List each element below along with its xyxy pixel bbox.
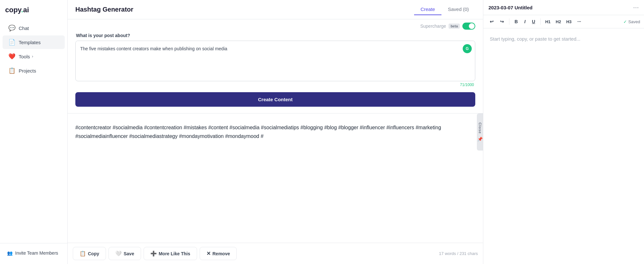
undo-button[interactable]: ↩	[487, 18, 496, 25]
close-pin-icon: 📌	[478, 137, 483, 142]
editor-placeholder: Start typing, copy, or paste to get star…	[490, 36, 581, 42]
remove-button[interactable]: ✕ Remove	[200, 247, 237, 260]
editor-header: 2023-03-07 Untitled ⋯	[483, 0, 644, 15]
saved-indicator: ✓ Saved	[623, 19, 640, 24]
editor-title: 2023-03-07 Untitled	[488, 5, 533, 10]
main-header: Hashtag Generator Create Saved (0)	[68, 0, 483, 19]
logo: copy.ai	[0, 0, 67, 18]
word-count: 17 words / 231 chars	[439, 251, 478, 256]
plus-icon: ➕	[150, 250, 157, 257]
sidebar-item-templates[interactable]: 📄 Templates	[3, 35, 65, 49]
copy-icon: 📋	[80, 250, 86, 257]
form-area: What is your post about? G 71/1000	[68, 33, 483, 92]
textarea-wrapper: G	[75, 41, 475, 81]
save-button[interactable]: 🤍 Save	[109, 247, 141, 260]
copy-label: Copy	[88, 251, 99, 256]
sidebar-bottom: 👥 Invite Team Members	[0, 243, 67, 264]
post-textarea[interactable]	[76, 41, 475, 80]
sidebar-item-chat-label: Chat	[19, 25, 29, 31]
heart-icon: 🤍	[115, 250, 122, 257]
sidebar-item-chat[interactable]: 💬 Chat	[3, 21, 65, 35]
supercharge-label: Supercharge	[420, 24, 446, 29]
remove-icon: ✕	[206, 250, 211, 257]
editor-toolbar: ↩ ↪ B I U H1 H2 H3 ··· ✓ Saved	[483, 15, 644, 28]
sidebar-item-projects[interactable]: 📋 Projects	[3, 64, 65, 77]
logo-text: copy.ai	[5, 6, 29, 14]
sidebar-item-projects-label: Projects	[19, 68, 36, 73]
undo-icon: ↩	[490, 19, 494, 24]
toolbar-divider-2	[540, 18, 541, 25]
sidebar-item-tools-label: Tools	[19, 54, 30, 59]
h2-button[interactable]: H2	[554, 18, 563, 25]
sidebar: copy.ai 💬 Chat 📄 Templates ❤️ Tools › 📋 …	[0, 0, 68, 264]
create-btn-wrapper: Create Content	[68, 92, 483, 113]
redo-button[interactable]: ↪	[497, 18, 507, 25]
editor-body[interactable]: Start typing, copy, or paste to get star…	[483, 28, 644, 264]
h3-button[interactable]: H3	[564, 18, 573, 25]
underline-button[interactable]: U	[529, 18, 538, 25]
invite-label: Invite Team Members	[15, 250, 58, 256]
create-content-button[interactable]: Create Content	[75, 92, 475, 107]
editor-menu-icon: ⋯	[633, 4, 639, 11]
grammarly-icon: G	[463, 44, 472, 53]
templates-icon: 📄	[8, 39, 15, 46]
results-area: #contentcreator #socialmedia #contentcre…	[68, 113, 483, 243]
toolbar-divider-1	[509, 18, 509, 25]
invite-icon: 👥	[7, 250, 13, 256]
redo-icon: ↪	[500, 19, 504, 24]
italic-button[interactable]: I	[522, 18, 528, 25]
hashtags-text: #contentcreator #socialmedia #contentcre…	[75, 123, 475, 141]
supercharge-toggle[interactable]	[462, 23, 475, 30]
beta-badge: beta	[449, 24, 460, 29]
tab-saved[interactable]: Saved (0)	[441, 4, 475, 15]
saved-label: Saved	[628, 19, 640, 24]
more-like-this-button[interactable]: ➕ More Like This	[144, 247, 197, 260]
tools-chevron-icon: ›	[32, 54, 33, 59]
action-bar: 📋 Copy 🤍 Save ➕ More Like This ✕ Remove …	[68, 243, 483, 264]
bold-icon: B	[515, 19, 518, 24]
more-formatting-button[interactable]: ···	[575, 18, 584, 25]
remove-label: Remove	[213, 251, 230, 256]
save-label: Save	[124, 251, 134, 256]
saved-check-icon: ✓	[623, 19, 627, 24]
close-tab[interactable]: Close 📌	[477, 113, 483, 151]
italic-icon: I	[524, 19, 526, 24]
more-label: More Like This	[159, 251, 190, 256]
chat-icon: 💬	[8, 24, 15, 32]
projects-icon: 📋	[8, 67, 15, 74]
sidebar-item-templates-label: Templates	[19, 40, 41, 45]
underline-icon: U	[532, 19, 535, 24]
more-formatting-icon: ···	[577, 19, 581, 24]
post-label: What is your post about?	[75, 33, 475, 38]
editor-menu-button[interactable]: ⋯	[633, 4, 639, 11]
supercharge-bar: Supercharge beta	[68, 19, 483, 33]
center-panel: Hashtag Generator Create Saved (0) Super…	[68, 0, 483, 264]
bold-button[interactable]: B	[512, 18, 520, 25]
tools-icon: ❤️	[8, 53, 15, 60]
page-title: Hashtag Generator	[75, 6, 133, 13]
close-label: Close	[478, 122, 482, 134]
char-count: 71/1000	[75, 81, 475, 87]
header-tabs: Create Saved (0)	[414, 4, 475, 15]
tab-create[interactable]: Create	[414, 4, 441, 15]
invite-team-button[interactable]: 👥 Invite Team Members	[3, 247, 65, 259]
h1-button[interactable]: H1	[543, 18, 553, 25]
sidebar-nav: 💬 Chat 📄 Templates ❤️ Tools › 📋 Projects	[0, 18, 67, 243]
editor-panel: Close 📌 2023-03-07 Untitled ⋯ ↩ ↪ B I U …	[483, 0, 644, 264]
toggle-knob	[469, 23, 475, 29]
copy-button[interactable]: 📋 Copy	[73, 247, 106, 260]
sidebar-item-tools[interactable]: ❤️ Tools ›	[3, 50, 65, 63]
